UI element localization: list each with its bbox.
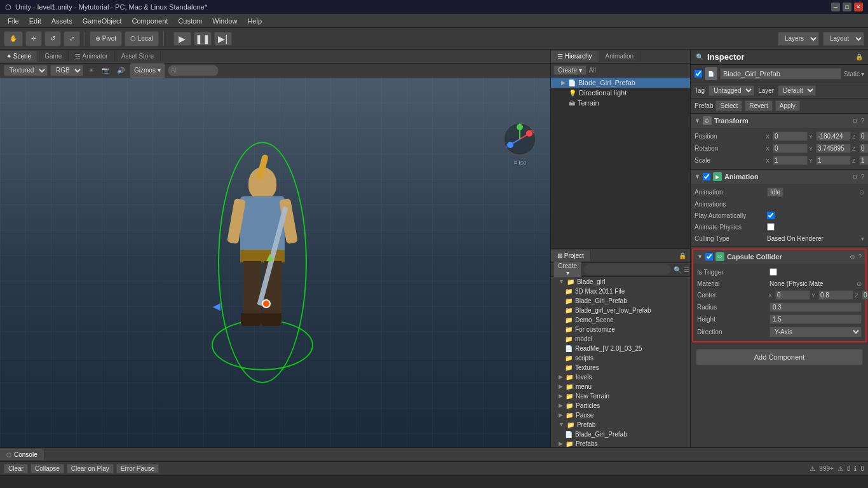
scale-z-input[interactable] (859, 156, 868, 165)
tab-scene[interactable]: ✦ Scene (0, 51, 38, 62)
error-pause-button[interactable]: Error Pause (116, 464, 159, 473)
play-button[interactable]: ▶ (173, 32, 191, 46)
hier-terrain[interactable]: 🏔 Terrain (551, 98, 690, 108)
transform-help-icon[interactable]: ? (860, 118, 864, 125)
anim-help-icon[interactable]: ? (860, 173, 864, 180)
center-y-input[interactable] (818, 290, 853, 300)
layout-select[interactable]: Layout (823, 32, 864, 46)
menu-help[interactable]: Help (242, 16, 267, 26)
capsule-collider-header[interactable]: ▼ ⬭ Capsule Collider ⚙ ? (693, 250, 865, 264)
scale-tool[interactable]: ⤢ (64, 31, 80, 46)
tag-select[interactable]: Untagged (709, 85, 754, 96)
rot-z-input[interactable] (859, 144, 868, 153)
tab-animator[interactable]: ☲ Animator (69, 51, 114, 62)
menu-edit[interactable]: Edit (24, 16, 46, 26)
proj-pause[interactable]: ▶ 📁 Pause (551, 410, 690, 420)
tab-game[interactable]: Game (38, 51, 69, 62)
close-button[interactable]: ✕ (854, 3, 863, 11)
transform-header[interactable]: ▼ ⊕ Transform ⚙ ? (691, 114, 868, 128)
proj-bgprefab[interactable]: 📁 Blade_Girl_Prefab (551, 296, 690, 306)
maximize-button[interactable]: □ (843, 3, 851, 11)
play-auto-checkbox[interactable] (767, 212, 775, 219)
proj-menu[interactable]: ▶ 📁 menu (551, 382, 690, 391)
project-options-icon[interactable]: ☰ (684, 266, 689, 273)
proj-levels[interactable]: ▶ 📁 levels (551, 372, 690, 382)
capsule-help-icon[interactable]: ? (858, 254, 862, 261)
apply-button[interactable]: Apply (775, 100, 800, 111)
inspector-lock-icon[interactable]: 🔒 (855, 53, 863, 60)
animation-header[interactable]: ▼ ▶ Animation ⚙ ? (691, 170, 868, 184)
menu-custom[interactable]: Custom (173, 16, 207, 26)
menu-file[interactable]: File (3, 16, 24, 26)
project-create-button[interactable]: Create ▾ (553, 261, 581, 278)
proj-blade-girl[interactable]: ▼ 📁 Blade_girl (551, 277, 690, 287)
pos-z-input[interactable] (859, 132, 868, 141)
proj-demoscene[interactable]: 📁 Demo_Scene (551, 315, 690, 325)
pause-button[interactable]: ❚❚ (194, 32, 212, 46)
project-search-input[interactable] (584, 264, 671, 274)
center-z-input[interactable] (862, 290, 868, 300)
proj-particles[interactable]: ▶ 📁 Particles (551, 401, 690, 410)
is-trigger-checkbox[interactable] (770, 268, 777, 276)
local-button[interactable]: ⬡ Local (125, 31, 159, 46)
tab-project[interactable]: ⊞ Project (551, 250, 591, 261)
viewport[interactable]: ▲ ◄ X Y Z ≡ Iso (0, 78, 550, 447)
display-select[interactable]: Textured (4, 65, 48, 76)
proj-bgprefab2[interactable]: 📄 Blade_Girl_Prefab (551, 430, 690, 439)
animate-physics-checkbox[interactable] (767, 223, 775, 231)
add-component-button[interactable]: Add Component (696, 349, 863, 365)
scale-y-input[interactable] (816, 156, 851, 165)
pos-y-input[interactable] (816, 132, 851, 141)
material-pick[interactable]: ⊙ (857, 280, 862, 287)
rot-x-input[interactable] (773, 144, 808, 153)
pos-x-input[interactable] (773, 132, 808, 141)
gizmos-button[interactable]: Gizmos ▾ (130, 63, 165, 78)
proj-scripts[interactable]: 📁 scripts (551, 353, 690, 363)
revert-button[interactable]: Revert (745, 100, 772, 111)
anim-settings-icon[interactable]: ⚙ (852, 173, 858, 180)
clear-button[interactable]: Clear (4, 464, 28, 473)
menu-assets[interactable]: Assets (46, 16, 78, 26)
transform-settings-icon[interactable]: ⚙ (852, 118, 858, 125)
pivot-button[interactable]: ⊕ Pivot (90, 31, 122, 46)
proj-3dmax[interactable]: 📁 3D Max 2011 File (551, 287, 690, 296)
hand-tool[interactable]: ✋ (4, 31, 23, 46)
radius-input[interactable] (770, 302, 862, 312)
proj-prefabs[interactable]: ▶ 📁 Prefabs (551, 439, 690, 448)
collapse-button[interactable]: Collapse (31, 464, 64, 473)
hier-directional-light[interactable]: 💡 Directional light (551, 88, 690, 98)
direction-select[interactable]: Y-Axis (770, 327, 862, 337)
proj-prefab[interactable]: ▼ 📁 Prefab (551, 420, 690, 430)
proj-textures[interactable]: 📁 Textures (551, 363, 690, 372)
rot-y-input[interactable] (816, 144, 851, 153)
color-select[interactable]: RGB (50, 65, 83, 76)
menu-component[interactable]: Component (126, 16, 173, 26)
scale-x-input[interactable] (773, 156, 808, 165)
project-lock-icon[interactable]: 🔒 (675, 251, 690, 261)
culling-pick[interactable]: ▾ (861, 235, 864, 242)
center-x-input[interactable] (775, 290, 810, 300)
tab-hierarchy[interactable]: ☰ Hierarchy (551, 51, 599, 62)
create-button[interactable]: Create ▾ (553, 65, 587, 75)
move-tool[interactable]: ✛ (25, 31, 42, 46)
minimize-button[interactable]: ─ (831, 3, 840, 11)
proj-newterrain[interactable]: ▶ 📁 New Terrain (551, 391, 690, 401)
height-input[interactable] (770, 315, 862, 324)
proj-forcustomize[interactable]: 📁 For customize (551, 325, 690, 334)
object-active-checkbox[interactable] (695, 70, 702, 78)
capsule-settings-icon[interactable]: ⚙ (850, 254, 855, 261)
layer-select[interactable]: Default (778, 85, 816, 96)
proj-bgverlow[interactable]: 📁 Blade_girl_ver_low_Prefab (551, 306, 690, 315)
object-name-input[interactable] (720, 68, 841, 79)
tab-asset-store[interactable]: Asset Store (115, 51, 161, 62)
proj-readme[interactable]: 📄 ReadMe_[V 2.0]_03_25 (551, 344, 690, 353)
proj-model[interactable]: 📁 model (551, 334, 690, 344)
animation-active-checkbox[interactable] (703, 173, 710, 180)
anim-value-pick[interactable]: ⊙ (859, 189, 864, 196)
capsule-active-checkbox[interactable] (705, 253, 713, 261)
select-button[interactable]: Select (715, 100, 742, 111)
layers-select[interactable]: Layers (778, 32, 819, 46)
hier-blade-girl-prefab[interactable]: ▶ 📄 Blade_Girl_Prefab (551, 78, 690, 88)
clear-on-play-button[interactable]: Clear on Play (67, 464, 114, 473)
menu-window[interactable]: Window (207, 16, 242, 26)
